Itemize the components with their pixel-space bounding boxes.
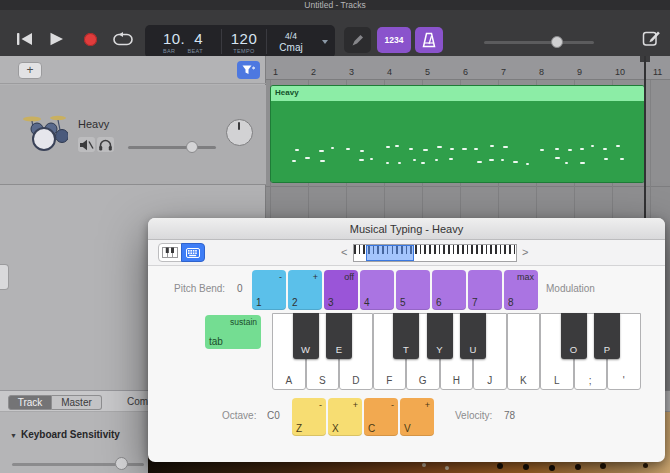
key-bottom-label: 8	[508, 297, 514, 308]
ruler-bar-number[interactable]: 1	[273, 67, 278, 77]
cycle-button[interactable]	[108, 26, 138, 52]
octave-key-x[interactable]: +X	[328, 398, 362, 436]
region-notes-area	[271, 101, 644, 182]
lcd-key-signature[interactable]: 4/4 Cmaj	[267, 25, 315, 58]
track-filter-button[interactable]	[237, 61, 260, 79]
mod-key-8[interactable]: max8	[504, 270, 538, 310]
black-key-w[interactable]: W	[293, 313, 319, 359]
key-top-label: off	[344, 272, 354, 282]
velocity-key-c[interactable]: -C	[364, 398, 398, 436]
white-key-k[interactable]: K	[507, 313, 541, 390]
track-volume-knob[interactable]	[186, 141, 198, 153]
ruler-bar-number[interactable]: 11	[653, 67, 662, 77]
key-top-label: -	[319, 400, 322, 410]
midi-note	[616, 145, 620, 147]
keyboard-view-button[interactable]	[158, 243, 182, 262]
musical-typing-window[interactable]: Musical Typing - Heavy < > Pitch Bend: 0…	[148, 218, 665, 462]
ruler-bar-number[interactable]: 4	[387, 67, 392, 77]
midi-note	[555, 148, 558, 150]
midi-region[interactable]: Heavy	[270, 85, 645, 183]
mod-key-1[interactable]: -1	[252, 270, 286, 310]
computer-keyboard-icon	[186, 248, 200, 258]
key-bottom-label: 4	[364, 297, 370, 308]
ruler-bar-number[interactable]: 10	[615, 67, 625, 77]
metronome-button[interactable]	[415, 27, 443, 53]
ruler-bar-number[interactable]: 3	[349, 67, 354, 77]
black-key-u[interactable]: U	[460, 313, 486, 359]
notepad-button[interactable]	[638, 25, 664, 51]
ruler-bar-number[interactable]: 2	[311, 67, 316, 77]
mod-key-3[interactable]: off3	[324, 270, 358, 310]
lcd-display[interactable]: 10. 4 BAR BEAT 120 TEMPO 4/4 Cmaj	[145, 25, 335, 58]
play-button[interactable]	[42, 26, 70, 52]
midi-note	[435, 159, 438, 161]
tab-track[interactable]: Track	[8, 395, 52, 410]
black-key-t[interactable]: T	[393, 313, 419, 359]
track-name: Heavy	[78, 118, 109, 130]
sustain-key[interactable]: sustain tab	[205, 315, 261, 349]
midi-note	[462, 148, 467, 150]
tab-master[interactable]: Master	[52, 395, 102, 410]
velocity-key-v[interactable]: +V	[400, 398, 434, 436]
key-bottom-label: 1	[256, 297, 262, 308]
mod-key-4[interactable]: 4	[360, 270, 394, 310]
rewind-icon	[16, 32, 33, 46]
black-key-label: E	[326, 344, 352, 355]
ruler-bar-number[interactable]: 8	[539, 67, 544, 77]
musical-typing-view-button[interactable]	[181, 243, 205, 262]
record-button[interactable]	[76, 26, 104, 52]
window-titlebar[interactable]: Untitled - Tracks	[0, 0, 670, 10]
mod-key-2[interactable]: +2	[288, 270, 322, 310]
midi-note	[580, 148, 583, 150]
midi-note	[305, 157, 309, 159]
scroll-left-arrow[interactable]: <	[341, 246, 347, 258]
lcd-time-signature: 4/4	[285, 31, 297, 41]
musical-typing-titlebar[interactable]: Musical Typing - Heavy	[148, 218, 665, 240]
key-bottom-label: X	[332, 423, 339, 434]
track-row[interactable]: Heavy	[0, 85, 266, 185]
mod-key-5[interactable]: 5	[396, 270, 430, 310]
keyboard-sensitivity-disclosure[interactable]: ▼Keyboard Sensitivity	[10, 429, 120, 440]
ruler-bar-number[interactable]: 9	[577, 67, 582, 77]
mod-key-7[interactable]: 7	[468, 270, 502, 310]
go-to-beginning-button[interactable]	[10, 26, 38, 52]
mute-button[interactable]	[78, 137, 95, 152]
key-bottom-label: 2	[292, 297, 298, 308]
ruler-bar-number[interactable]: 7	[501, 67, 506, 77]
funnel-icon	[242, 65, 255, 76]
master-volume-knob[interactable]	[551, 36, 563, 48]
key-top-label: -	[391, 400, 394, 410]
black-key-o[interactable]: O	[561, 313, 587, 359]
count-in-button[interactable]: 1234	[377, 27, 411, 53]
track-volume-slider[interactable]	[128, 146, 216, 149]
white-key-label: ;	[575, 375, 607, 386]
mini-keyboard-selection[interactable]	[366, 245, 414, 261]
guitar-bridge-pin	[549, 465, 555, 471]
master-volume-slider[interactable]	[484, 41, 594, 44]
pan-knob[interactable]	[226, 119, 253, 146]
chevron-down-icon[interactable]	[322, 40, 328, 44]
beat-ruler[interactable]: 1234567891011	[266, 56, 670, 80]
black-key-e[interactable]: E	[326, 313, 352, 359]
midi-note	[386, 162, 389, 164]
octave-key-z[interactable]: -Z	[292, 398, 326, 436]
black-key-y[interactable]: Y	[427, 313, 453, 359]
tuner-pencil-button[interactable]	[344, 27, 371, 53]
lcd-position[interactable]: 10. 4 BAR BEAT	[145, 25, 221, 58]
record-icon	[84, 33, 97, 46]
mod-key-6[interactable]: 6	[432, 270, 466, 310]
key-top-label: max	[517, 272, 534, 282]
mini-keyboard-overview[interactable]	[353, 244, 517, 262]
key-bottom-label: C	[368, 423, 375, 434]
scroll-right-arrow[interactable]: >	[522, 246, 528, 258]
add-track-button[interactable]: +	[18, 62, 42, 79]
midi-note	[513, 161, 518, 163]
keyboard-sensitivity-knob[interactable]	[115, 457, 128, 470]
midi-note	[346, 148, 350, 150]
ruler-bar-number[interactable]: 5	[425, 67, 430, 77]
lcd-tempo[interactable]: 120 TEMPO	[222, 25, 266, 58]
solo-button[interactable]	[97, 137, 114, 152]
guitar-bridge-pin	[575, 464, 581, 470]
ruler-bar-number[interactable]: 6	[463, 67, 468, 77]
black-key-p[interactable]: P	[594, 313, 620, 359]
